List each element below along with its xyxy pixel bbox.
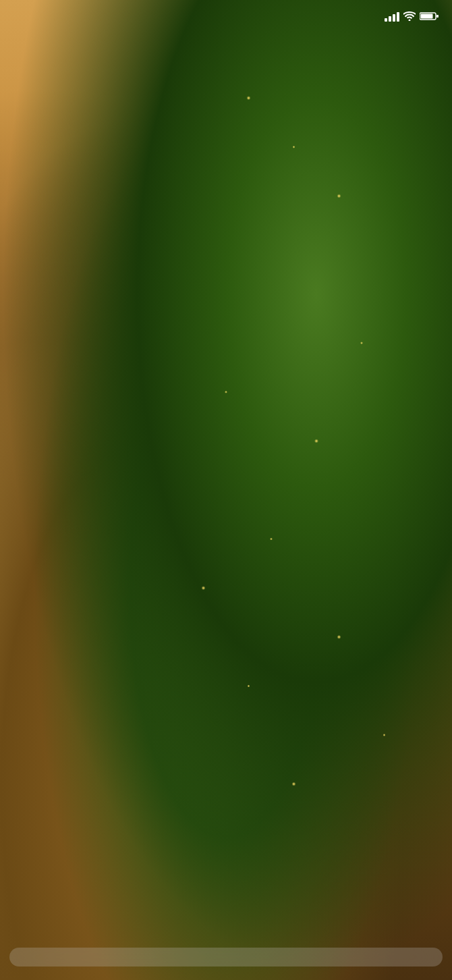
wifi-icon [403,11,416,23]
signal-icon [385,12,399,22]
battery-icon [420,11,439,23]
svg-rect-1 [421,13,433,18]
status-bar [0,0,452,30]
page-dots [0,931,452,948]
app-grid [0,30,452,931]
svg-rect-2 [436,15,439,18]
dock [9,948,443,967]
status-icons [385,11,439,23]
